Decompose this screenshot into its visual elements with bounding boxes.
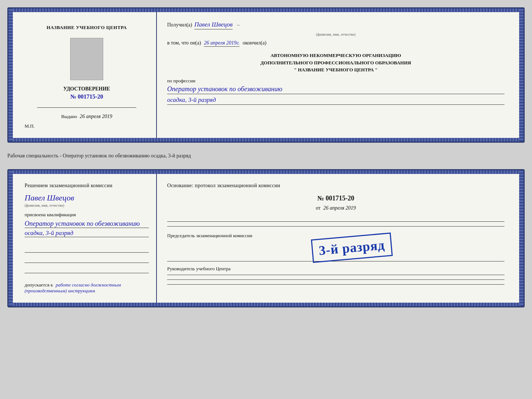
- from-date-val: 26 апреля 2019: [323, 205, 356, 211]
- doc2-right-panel: Основание: протокол экзаменационной коми…: [157, 174, 515, 303]
- qual-rank: осадка, 3-й разряд: [25, 229, 149, 237]
- doc2-inner: Решением экзаменационной комиссии Павел …: [13, 174, 519, 303]
- issued-label: Выдано: [61, 114, 77, 119]
- divider-1: [167, 221, 504, 222]
- divider-5: [167, 279, 504, 280]
- fio-label-1: (фамилия, имя, отчество): [167, 32, 504, 36]
- admitted-text: допускается к работе согласно должностны…: [25, 282, 149, 294]
- document-card-2: Решением экзаменационной комиссии Павел …: [7, 169, 525, 307]
- mp-label: М.П.: [25, 123, 35, 129]
- received-prefix: Получил(а): [167, 22, 192, 28]
- photo-placeholder: [70, 38, 103, 80]
- issued-date: 26 апреля 2019: [80, 114, 112, 119]
- stamp-container: 3-й разряд: [312, 236, 392, 260]
- profession-name: Оператор установок по обезвоживанию: [167, 85, 504, 94]
- bottom-strip-2: [8, 303, 524, 306]
- top-strip-1: [8, 8, 524, 12]
- in-that-prefix: в том, что он(а): [167, 40, 201, 46]
- profession-rank: осадка, 3-й разряд: [167, 96, 504, 105]
- left-strip-1: [8, 8, 13, 142]
- doc1-left-content: НАЗВАНИЕ УЧЕБНОГО ЦЕНТРА УДОСТОВЕРЕНИЕ №…: [25, 21, 149, 129]
- basis-title: Основание: протокол экзаменационной коми…: [167, 183, 504, 189]
- handwritten-date: 26 апреля 2019г.: [204, 40, 240, 47]
- received-name: Павел Швецов: [194, 21, 233, 29]
- profession-label: по профессии: [167, 78, 504, 84]
- finished-word: окончил(а): [242, 40, 266, 46]
- cert-number: № 001715-20: [70, 93, 103, 100]
- decision-title: Решением экзаменационной комиссии: [25, 183, 112, 189]
- org-line2: ДОПОЛНИТЕЛЬНОГО ПРОФЕССИОНАЛЬНОГО ОБРАЗО…: [167, 59, 504, 67]
- person-name-large: Павел Швецов: [25, 193, 74, 203]
- in-that-line: в том, что он(а) 26 апреля 2019г. окончи…: [167, 40, 504, 47]
- doc1-inner: НАЗВАНИЕ УЧЕБНОГО ЦЕНТРА УДОСТОВЕРЕНИЕ №…: [13, 12, 519, 138]
- divider-3: [167, 261, 504, 261]
- org-block: АВТОНОМНУЮ НЕКОММЕРЧЕСКУЮ ОРГАНИЗАЦИЮ ДО…: [167, 52, 504, 74]
- divider-4: [167, 275, 504, 275]
- doc2-left-panel: Решением экзаменационной комиссии Павел …: [17, 174, 157, 303]
- protocol-number: № 001715-20: [167, 195, 504, 202]
- doc2-left-content: Решением экзаменационной комиссии Павел …: [25, 183, 149, 294]
- right-strip-2: [519, 170, 524, 306]
- doc1-left-panel: НАЗВАНИЕ УЧЕБНОГО ЦЕНТРА УДОСТОВЕРЕНИЕ №…: [17, 12, 157, 138]
- from-date-line: от 26 апреля 2019: [167, 205, 504, 211]
- assigned-label: присвоена квалификация: [25, 212, 76, 218]
- stamp-text: 3-й разряд: [318, 237, 385, 259]
- org-line3: " НАЗВАНИЕ УЧЕБНОГО ЦЕНТРА ": [167, 66, 504, 74]
- sig-line-3: [25, 266, 149, 273]
- from-prefix: от: [316, 205, 321, 211]
- org-line1: АВТОНОМНУЮ НЕКОММЕРЧЕСКУЮ ОРГАНИЗАЦИЮ: [167, 52, 504, 59]
- doc1-right-content: Получил(а) Павел Швецов – (фамилия, имя,…: [167, 21, 504, 105]
- sig-line-2: [25, 256, 149, 263]
- sig-line-1: [25, 245, 149, 253]
- right-strip-1: [519, 8, 524, 142]
- divider-6: [167, 284, 504, 285]
- divider-2: [167, 226, 504, 227]
- bottom-strip-1: [8, 138, 524, 142]
- page-wrapper: НАЗВАНИЕ УЧЕБНОГО ЦЕНТРА УДОСТОВЕРЕНИЕ №…: [7, 7, 525, 307]
- head-label: Руководитель учебного Центра: [167, 266, 504, 272]
- issued-line: Выдано 26 апреля 2019: [61, 114, 112, 120]
- dash: –: [237, 22, 240, 28]
- document-card-1: НАЗВАНИЕ УЧЕБНОГО ЦЕНТРА УДОСТОВЕРЕНИЕ №…: [7, 7, 525, 143]
- doc1-training-center-title: НАЗВАНИЕ УЧЕБНОГО ЦЕНТРА: [47, 25, 127, 31]
- stamp: 3-й разряд: [311, 232, 393, 263]
- top-strip-2: [8, 170, 524, 174]
- doc2-right-content: Основание: протокол экзаменационной коми…: [167, 183, 504, 287]
- admitted-prefix: допускается к: [25, 282, 53, 288]
- separator-text: Рабочая специальность - Оператор установ…: [7, 149, 525, 163]
- received-line: Получил(а) Павел Швецов –: [167, 21, 504, 29]
- fio-label-2: (фамилия, имя, отчество): [25, 203, 64, 207]
- cert-label: УДОСТОВЕРЕНИЕ: [63, 86, 110, 92]
- left-strip-2: [8, 170, 13, 306]
- qual-name: Оператор установок по обезвоживанию: [25, 220, 149, 228]
- doc1-right-panel: Получил(а) Павел Швецов – (фамилия, имя,…: [157, 12, 515, 138]
